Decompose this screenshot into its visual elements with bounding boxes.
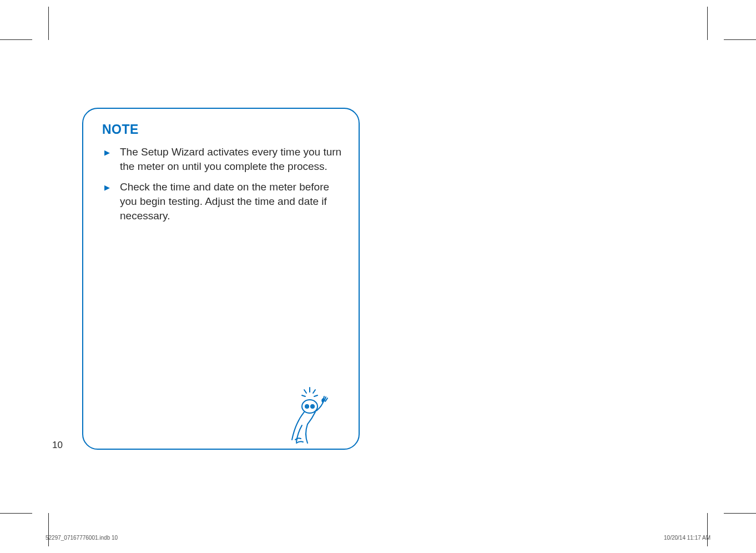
page-area: NOTE ▶ The Setup Wizard activates every …: [49, 40, 707, 513]
note-title: NOTE: [102, 122, 342, 137]
footer-filename: 52297_07167776001.indb 10: [46, 535, 118, 541]
bullet-icon: ▶: [104, 148, 110, 158]
crop-mark: [32, 513, 49, 546]
list-item: ▶ Check the time and date on the meter b…: [104, 180, 342, 223]
svg-line-4: [314, 395, 317, 396]
note-text: The Setup Wizard activates every time yo…: [120, 145, 342, 173]
svg-line-1: [304, 390, 306, 393]
crop-mark: [707, 7, 724, 40]
note-box: NOTE ▶ The Setup Wizard activates every …: [82, 108, 360, 450]
page-number: 10: [52, 440, 63, 451]
footer-timestamp: 10/20/14 11:17 AM: [664, 535, 710, 541]
svg-point-8: [306, 406, 308, 407]
svg-point-5: [302, 400, 317, 413]
mascot-illustration: [285, 384, 335, 451]
crop-mark: [707, 513, 724, 546]
list-item: ▶ The Setup Wizard activates every time …: [104, 145, 342, 173]
note-list: ▶ The Setup Wizard activates every time …: [100, 145, 342, 223]
svg-line-3: [302, 395, 305, 396]
note-text: Check the time and date on the meter bef…: [120, 180, 342, 223]
bullet-icon: ▶: [104, 183, 110, 193]
svg-point-9: [312, 406, 313, 407]
crop-mark: [32, 7, 49, 40]
svg-line-2: [313, 390, 315, 393]
